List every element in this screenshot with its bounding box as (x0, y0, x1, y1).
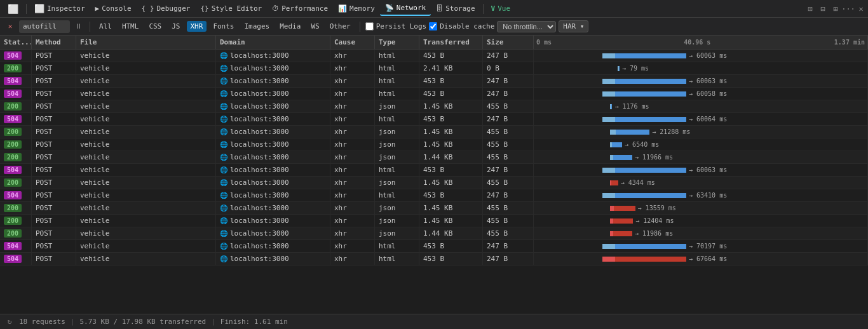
filter-css[interactable]: CSS (145, 21, 165, 32)
status-badge: 200 (4, 229, 22, 238)
bar-label: → 4344 ms (621, 179, 655, 186)
td-domain: 🌐localhost:3000 (216, 240, 330, 252)
disable-cache-label[interactable]: Disable cache (429, 22, 494, 30)
performance-icon: ⏱ (272, 4, 279, 13)
th-type[interactable]: Type (375, 36, 419, 49)
table-row[interactable]: 200 POST vehicle 🌐localhost:3000 xhr jso… (0, 100, 868, 113)
status-badge: 504 (4, 77, 22, 85)
filter-divider (90, 22, 90, 32)
table-row[interactable]: 200 POST vehicle 🌐localhost:3000 xhr htm… (0, 62, 868, 75)
th-cause[interactable]: Cause (330, 36, 375, 49)
table-row[interactable]: 200 POST vehicle 🌐localhost:3000 xhr jso… (0, 151, 868, 164)
toolbar-debugger[interactable]: { } Debugger (137, 2, 196, 16)
dock-button[interactable]: ⊡ (806, 4, 815, 13)
status-badge: 200 (4, 217, 22, 225)
th-domain[interactable]: Domain (216, 36, 330, 49)
td-size: 455 B (483, 215, 534, 227)
table-row[interactable]: 200 POST vehicle 🌐localhost:3000 xhr jso… (0, 227, 868, 240)
persist-logs-label[interactable]: Persist Logs (365, 22, 426, 30)
bar-label: → 21288 ms (652, 128, 690, 135)
table-row[interactable]: 200 POST vehicle 🌐localhost:3000 xhr jso… (0, 177, 868, 189)
filter-xhr[interactable]: XHR (187, 21, 207, 32)
bar-recv (613, 231, 632, 236)
table-row[interactable]: 504 POST vehicle 🌐localhost:3000 xhr htm… (0, 240, 868, 253)
table-row[interactable]: 200 POST vehicle 🌐localhost:3000 xhr jso… (0, 202, 868, 215)
separator2 (483, 4, 484, 14)
filter-fonts[interactable]: Fonts (209, 21, 238, 32)
td-domain: 🌐localhost:3000 (216, 227, 330, 239)
timeline-bar: → 12404 ms (610, 217, 864, 225)
status-badge: 200 (4, 128, 22, 136)
split-button[interactable]: ⊟ (818, 4, 827, 13)
toolbar-memory[interactable]: 📊 Memory (333, 2, 380, 16)
toolbar-inspector[interactable]: ⬜ Inspector (29, 2, 90, 16)
toolbar-storage[interactable]: 🗄 Storage (431, 2, 480, 16)
network-icon: 📡 (385, 4, 394, 12)
table-row[interactable]: 200 POST vehicle 🌐localhost:3000 xhr jso… (0, 215, 868, 227)
td-file: vehicle (76, 113, 216, 125)
table-row[interactable]: 504 POST vehicle 🌐localhost:3000 xhr htm… (0, 113, 868, 126)
close-button[interactable]: ✕ (857, 4, 865, 13)
th-status[interactable]: Stat... (0, 36, 32, 49)
td-size: 247 B (483, 50, 534, 62)
td-domain: 🌐localhost:3000 (216, 151, 330, 163)
th-size[interactable]: Size (483, 36, 534, 49)
toolbar-vue[interactable]: V Vue (486, 2, 516, 16)
har-button[interactable]: HAR ▾ (559, 20, 588, 32)
filter-media[interactable]: Media (276, 21, 304, 32)
toolbar-performance[interactable]: ⏱ Performance (267, 2, 333, 16)
th-transferred[interactable]: Transferred (419, 36, 483, 49)
table-row[interactable]: 200 POST vehicle 🌐localhost:3000 xhr jso… (0, 138, 868, 151)
pause-button[interactable]: ⏸ (72, 22, 85, 30)
status-badge: 504 (4, 242, 22, 250)
domain-icon: 🌐 (220, 77, 227, 85)
td-domain: 🌐localhost:3000 (216, 215, 330, 227)
toolbar-network[interactable]: 📡 Network (380, 2, 431, 16)
table-row[interactable]: 504 POST vehicle 🌐localhost:3000 xhr htm… (0, 50, 868, 62)
td-cause: xhr (330, 240, 375, 252)
resize-button[interactable]: ⊞ (831, 4, 840, 13)
td-timeline: → 67664 ms (534, 253, 868, 265)
td-cause: xhr (330, 100, 375, 112)
toolbar-console[interactable]: ▶ Console (90, 2, 137, 16)
td-transferred: 1.45 KB (419, 177, 483, 189)
toolbar-style-editor[interactable]: {} Style Editor (195, 2, 267, 16)
bar-recv (614, 206, 635, 211)
td-timeline: → 13559 ms (534, 202, 868, 214)
domain-icon: 🌐 (220, 217, 227, 225)
disable-cache-checkbox[interactable] (429, 22, 437, 30)
throttle-select[interactable]: No throttlin... (497, 21, 556, 32)
table-row[interactable]: 504 POST vehicle 🌐localhost:3000 xhr htm… (0, 253, 868, 265)
filter-images[interactable]: Images (241, 21, 274, 32)
td-status: 504 (0, 75, 32, 87)
td-domain: 🌐localhost:3000 (216, 253, 330, 265)
filter-other[interactable]: Other (326, 21, 355, 32)
td-cause: xhr (330, 126, 375, 138)
td-status: 200 (0, 227, 32, 239)
filter-all[interactable]: All (95, 21, 116, 32)
table-row[interactable]: 504 POST vehicle 🌐localhost:3000 xhr htm… (0, 164, 868, 177)
table-row[interactable]: 504 POST vehicle 🌐localhost:3000 xhr htm… (0, 75, 868, 88)
td-size: 455 B (483, 100, 534, 112)
persist-logs-checkbox[interactable] (365, 22, 374, 30)
th-file[interactable]: File (76, 36, 216, 49)
filter-html[interactable]: HTML (118, 21, 143, 32)
search-box[interactable]: autofill (19, 20, 70, 33)
filter-ws[interactable]: WS (307, 21, 323, 32)
td-transferred: 453 B (419, 253, 483, 265)
bar-recv (616, 130, 649, 135)
table-row[interactable]: 504 POST vehicle 🌐localhost:3000 xhr htm… (0, 189, 868, 202)
table-row[interactable]: 504 POST vehicle 🌐localhost:3000 xhr htm… (0, 88, 868, 100)
toolbar-window-icon[interactable]: ⬜ (3, 2, 24, 16)
domain-icon: 🌐 (220, 128, 227, 136)
td-domain: 🌐localhost:3000 (216, 62, 330, 74)
more-button[interactable]: ··· (844, 4, 853, 13)
filter-js[interactable]: JS (168, 21, 184, 32)
th-method[interactable]: Method (32, 36, 76, 49)
timeline-bar: → 60063 ms (602, 166, 864, 174)
table-row[interactable]: 200 POST vehicle 🌐localhost:3000 xhr jso… (0, 126, 868, 138)
clear-button[interactable]: ✕ (4, 20, 17, 33)
td-timeline: → 6540 ms (534, 138, 868, 151)
bar-wait (602, 117, 615, 122)
th-timeline[interactable]: 0 ms 40.96 s 1.37 min (534, 36, 868, 49)
